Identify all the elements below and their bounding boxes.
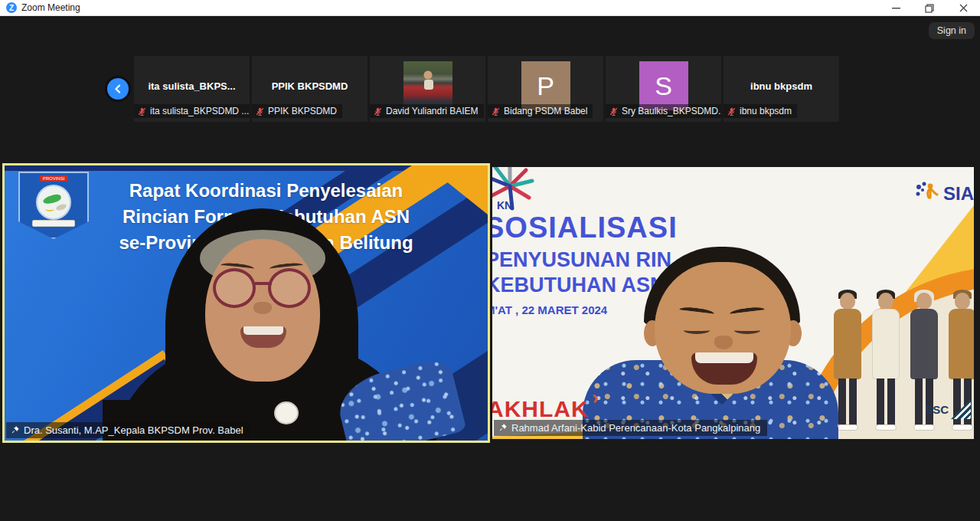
speaker-name-strip: Rahmad Arfani-Kabid Perencanaan-Kota Pan… xyxy=(494,420,767,436)
person-legs xyxy=(838,378,857,426)
logo-ribbon xyxy=(32,220,75,227)
zoom-app-window: Z Zoom Meeting Sign in ita sulista_BKPS.… xyxy=(0,0,980,521)
logo-banner-text: PROVINSI xyxy=(40,175,68,182)
participant-name-center: ibnu bkpsdm xyxy=(724,80,839,92)
slide-title-line2: Rincian Formasi Kebutuhan ASN xyxy=(51,204,482,230)
participant-tile[interactable]: S Sry Baulkis_BKPSDMD... xyxy=(606,56,721,122)
participant-tile[interactable]: ita sulista_BKPS... ita sulista_BKPSDMD … xyxy=(134,56,250,122)
ssc-logo-text: SSC xyxy=(925,403,949,416)
illustrated-person xyxy=(871,288,901,439)
slide-heading: SOSIALISASI xyxy=(492,211,678,244)
previous-participants-button[interactable] xyxy=(105,76,131,102)
person-shoes xyxy=(913,424,935,431)
ear xyxy=(644,320,661,346)
logo-island-shape xyxy=(55,203,67,211)
person-body xyxy=(834,309,861,379)
person-body xyxy=(910,309,938,379)
participant-tile[interactable]: PPIK BKPSDMD PPIK BKPSDMD xyxy=(252,56,368,122)
akhlak-text: AKHLAK xyxy=(492,396,589,421)
babel-province-logo: PROVINSI xyxy=(18,172,89,239)
participant-label: Sry Baulkis_BKPSDMD... xyxy=(606,104,721,118)
participant-label-text: Sry Baulkis_BKPSDMD... xyxy=(622,106,721,116)
participant-tile[interactable]: ibnu bkpsdm ibnu bkpsdm xyxy=(724,56,839,122)
slide-line2: PENYUSUNAN RIN xyxy=(492,248,671,272)
muted-mic-icon xyxy=(491,106,501,116)
person-head xyxy=(955,293,970,310)
muted-mic-icon xyxy=(255,106,265,116)
participant-label-text: ibnu bkpsdm xyxy=(740,106,792,116)
muted-mic-icon xyxy=(373,106,383,116)
slide-line3: KEBUTUHAN ASN T xyxy=(492,274,684,297)
logo-island-shape xyxy=(42,193,62,205)
pin-icon xyxy=(498,423,508,433)
participant-label: Bidang PSDM Babel xyxy=(488,104,593,118)
muted-mic-icon xyxy=(137,106,147,116)
mouth xyxy=(691,352,757,385)
participant-tile[interactable]: P Bidang PSDM Babel xyxy=(488,56,603,122)
speaker-name-strip: Dra. Susanti, M.AP_Kepala BKPSDM Prov. B… xyxy=(6,422,250,438)
eye xyxy=(684,326,710,334)
siasn-logo-text: SIA xyxy=(943,183,974,205)
bkn-logo-text: KN xyxy=(497,199,512,211)
shirt-collar xyxy=(676,362,768,405)
participant-avatar-photo xyxy=(403,61,452,110)
ssc-logo-mark xyxy=(951,399,971,419)
siasn-logo: SIA xyxy=(914,181,974,207)
participant-avatar-initial: S xyxy=(639,61,688,110)
chevron-left-icon xyxy=(113,84,122,93)
participant-label: ibnu bkpsdm xyxy=(724,104,797,118)
logo-arc xyxy=(45,207,54,211)
person-head xyxy=(840,293,855,310)
logo-emblem xyxy=(36,185,71,220)
restore-button[interactable] xyxy=(913,0,946,16)
participant-label: PPIK BKPSDMD xyxy=(252,104,342,118)
eyebrow xyxy=(679,306,715,318)
sign-in-button[interactable]: Sign in xyxy=(929,22,975,39)
person-body xyxy=(949,309,974,379)
person-shoes xyxy=(837,424,858,431)
siasn-logo-icon xyxy=(914,181,940,207)
illustrated-person xyxy=(832,288,863,439)
participant-label-text: ita sulista_BKPSDMD ... xyxy=(150,106,249,116)
slide-date: M'AT , 22 MARET 2024 xyxy=(492,303,607,316)
minimize-button[interactable] xyxy=(879,0,913,16)
slide-title: Rapat Koordinasi Penyelesaian Rincian Fo… xyxy=(51,178,482,256)
participant-label: David Yuliandri BAIEM xyxy=(370,104,484,118)
slide-title-line3: se-Provinsi Kep. Bangka Belitung xyxy=(51,230,482,256)
teeth xyxy=(243,326,283,335)
window-titlebar: Z Zoom Meeting xyxy=(0,0,980,16)
minimize-icon xyxy=(892,4,900,12)
participant-label: ita sulista_BKPSDMD ... xyxy=(134,104,250,118)
participant-tile[interactable]: David Yuliandri BAIEM xyxy=(370,56,485,122)
muted-mic-icon xyxy=(727,106,737,116)
muted-mic-icon xyxy=(609,106,619,116)
speaker-name-text: Rahmad Arfani-Kabid Perencanaan-Kota Pan… xyxy=(511,422,760,434)
person-legs xyxy=(877,378,895,426)
teeth xyxy=(695,352,753,363)
ear xyxy=(785,320,802,346)
participant-label-text: PPIK BKPSDMD xyxy=(268,106,337,116)
video-tile-speaker-left[interactable]: PROVINSI Rapat Koordinasi Penyelesaian R… xyxy=(2,163,490,443)
person-head xyxy=(916,293,932,310)
brooch xyxy=(274,401,299,424)
person-shoes xyxy=(875,424,897,431)
slide-title-line1: Rapat Koordinasi Penyelesaian xyxy=(51,178,482,204)
pin-icon xyxy=(10,425,20,435)
close-button[interactable] xyxy=(946,0,980,16)
zoom-logo-icon: Z xyxy=(6,2,17,13)
participant-avatar-initial: P xyxy=(521,61,570,110)
berakhlak-logo: AKHLAK › xyxy=(492,396,589,422)
eyebrow xyxy=(730,306,766,318)
speaker-name-text: Dra. Susanti, M.AP_Kepala BKPSDM Prov. B… xyxy=(24,424,243,436)
person-shoes xyxy=(952,424,973,431)
window-controls xyxy=(879,0,980,16)
nose xyxy=(714,336,733,349)
person-body xyxy=(872,309,900,379)
restore-icon xyxy=(925,4,934,13)
participant-label-text: David Yuliandri BAIEM xyxy=(386,106,479,116)
mouth xyxy=(240,326,286,348)
decor-stripe xyxy=(304,346,490,443)
video-tile-speaker-right[interactable]: KN SOSIALISASI PENYUSUNAN RIN KEBUTUHAN … xyxy=(492,167,974,439)
close-icon xyxy=(959,4,968,12)
akhlak-arrow-icon: › xyxy=(590,385,600,410)
